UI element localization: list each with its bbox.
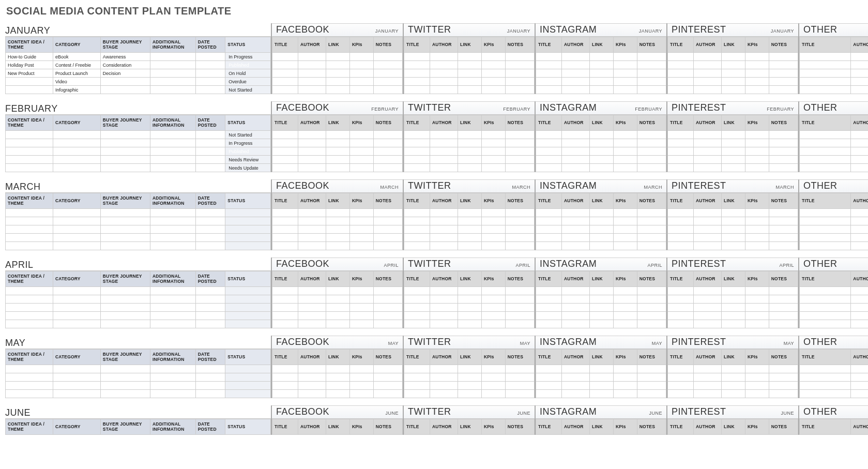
table-row[interactable]: New ProductProduct LaunchDecisionOn Hold: [6, 69, 271, 78]
cell[interactable]: [800, 147, 851, 156]
cell[interactable]: Needs Review: [225, 156, 271, 164]
table-row[interactable]: [404, 287, 535, 295]
cell[interactable]: [536, 131, 562, 139]
cell[interactable]: [800, 304, 851, 312]
cell[interactable]: [195, 234, 225, 242]
table-row[interactable]: How-to GuideeBookAwarenessIn Progress: [6, 53, 271, 61]
cell[interactable]: [851, 382, 868, 390]
cell[interactable]: [613, 242, 637, 250]
cell[interactable]: [150, 139, 196, 147]
table-row[interactable]: [404, 147, 535, 156]
table-row[interactable]: [536, 69, 666, 78]
cell[interactable]: [481, 78, 505, 86]
table-row[interactable]: [6, 382, 271, 390]
cell[interactable]: [458, 139, 482, 147]
cell[interactable]: [693, 217, 721, 225]
cell[interactable]: [613, 139, 637, 147]
cell[interactable]: [458, 225, 482, 234]
cell[interactable]: [373, 287, 402, 295]
table-row[interactable]: [668, 304, 798, 312]
table-row[interactable]: [404, 373, 535, 382]
cell[interactable]: [430, 147, 458, 156]
cell[interactable]: [6, 287, 53, 295]
cell[interactable]: [373, 390, 402, 398]
cell[interactable]: [536, 78, 562, 86]
cell[interactable]: [373, 382, 402, 390]
cell[interactable]: [561, 78, 589, 86]
cell[interactable]: [481, 304, 505, 312]
cell[interactable]: [430, 164, 458, 172]
cell[interactable]: [225, 209, 271, 217]
cell[interactable]: [590, 53, 614, 61]
cell[interactable]: [590, 365, 614, 373]
cell[interactable]: [53, 139, 100, 147]
platform-table[interactable]: TITLEAUTHOR: [799, 115, 868, 172]
cell[interactable]: [150, 131, 196, 139]
cell[interactable]: [53, 390, 100, 398]
cell[interactable]: [326, 86, 350, 94]
table-row[interactable]: [6, 217, 271, 225]
cell[interactable]: [404, 225, 430, 234]
table-row[interactable]: [800, 69, 869, 78]
cell[interactable]: [722, 131, 745, 139]
cell[interactable]: [100, 209, 150, 217]
cell[interactable]: [722, 209, 745, 217]
cell[interactable]: [326, 78, 350, 86]
platform-table[interactable]: TITLEAUTHORLINKKPIsNOTES: [667, 37, 798, 94]
cell[interactable]: [800, 295, 851, 304]
table-row[interactable]: [6, 234, 271, 242]
cell[interactable]: [481, 53, 505, 61]
cell[interactable]: [326, 225, 350, 234]
cell[interactable]: [481, 69, 505, 78]
cell[interactable]: [800, 287, 851, 295]
table-row[interactable]: InfographicNot Started: [6, 86, 271, 94]
cell[interactable]: [800, 164, 851, 172]
cell[interactable]: [745, 217, 769, 225]
table-row[interactable]: [668, 209, 798, 217]
cell[interactable]: [561, 53, 589, 61]
cell[interactable]: [613, 86, 637, 94]
cell[interactable]: [404, 69, 430, 78]
cell[interactable]: [637, 373, 666, 382]
platform-table[interactable]: TITLEAUTHORLINKKPIsNOTES: [272, 349, 403, 398]
cell[interactable]: [6, 234, 53, 242]
cell[interactable]: [851, 242, 868, 250]
cell[interactable]: [458, 164, 482, 172]
table-row[interactable]: [404, 61, 535, 69]
cell[interactable]: [722, 304, 745, 312]
cell[interactable]: [272, 131, 298, 139]
cell[interactable]: [505, 53, 534, 61]
cell[interactable]: [430, 287, 458, 295]
cell[interactable]: [100, 86, 150, 94]
table-row[interactable]: [668, 164, 798, 172]
cell[interactable]: [53, 209, 100, 217]
cell[interactable]: [53, 287, 100, 295]
table-row[interactable]: [800, 295, 869, 304]
platform-table[interactable]: TITLEAUTHORLINKKPIsNOTES: [404, 419, 535, 435]
cell[interactable]: [800, 61, 851, 69]
cell[interactable]: [326, 53, 350, 61]
cell[interactable]: [373, 147, 402, 156]
cell[interactable]: [404, 312, 430, 320]
cell[interactable]: [693, 365, 721, 373]
cell[interactable]: [745, 365, 769, 373]
table-row[interactable]: [272, 365, 403, 373]
table-row[interactable]: [6, 225, 271, 234]
cell[interactable]: [800, 53, 851, 61]
cell[interactable]: [561, 61, 589, 69]
cell[interactable]: [590, 312, 614, 320]
cell[interactable]: [561, 320, 589, 328]
cell[interactable]: [590, 61, 614, 69]
cell[interactable]: [349, 209, 373, 217]
table-row[interactable]: [536, 147, 666, 156]
cell[interactable]: [404, 287, 430, 295]
table-row[interactable]: [668, 242, 798, 250]
cell[interactable]: [150, 225, 196, 234]
cell[interactable]: [668, 295, 694, 304]
cell[interactable]: [404, 131, 430, 139]
cell[interactable]: [693, 78, 721, 86]
cell[interactable]: [298, 69, 326, 78]
cell[interactable]: [150, 287, 196, 295]
table-row[interactable]: [6, 304, 271, 312]
cell[interactable]: [195, 164, 225, 172]
